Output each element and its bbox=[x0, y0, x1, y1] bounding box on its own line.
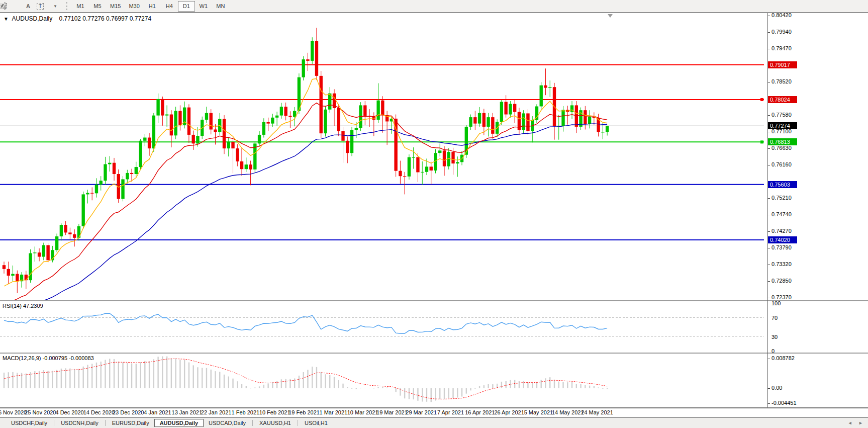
candle-body bbox=[284, 107, 287, 116]
date-label: 7 Apr 2021 bbox=[437, 409, 464, 415]
price-level-label-0.76813[interactable]: 0.76813 bbox=[768, 138, 797, 145]
dropdown-caret-icon: ▼ bbox=[53, 4, 57, 9]
candle-body bbox=[561, 110, 564, 126]
date-label: 24 May 2021 bbox=[581, 409, 613, 415]
macd-bar bbox=[589, 386, 590, 388]
price-level-label-0.74020[interactable]: 0.74020 bbox=[768, 236, 797, 243]
chart-tab-xauusd[interactable]: XAUUSD,H1 bbox=[254, 419, 296, 427]
candle-body bbox=[46, 245, 49, 260]
candle-body bbox=[55, 236, 58, 250]
price-tick-label: 0.72370 bbox=[771, 294, 792, 300]
chart-tab-usdchf[interactable]: USDCHF,Daily bbox=[6, 419, 52, 427]
chart-tab-audusd[interactable]: AUDUSD,Daily bbox=[154, 419, 204, 427]
candle-body bbox=[227, 142, 230, 148]
price-level-label-0.75603[interactable]: 0.75603 bbox=[768, 181, 797, 188]
macd-bar bbox=[228, 376, 229, 388]
symbol-dropdown-icon[interactable]: ▼ bbox=[4, 16, 9, 22]
date-label: 5 May 2021 bbox=[524, 409, 553, 415]
price-tick-label: 0.79940 bbox=[771, 29, 792, 35]
macd-bar bbox=[43, 370, 44, 388]
timeframe-toolbar-drag-handle[interactable] bbox=[66, 2, 69, 10]
timeframe-button-w1[interactable]: W1 bbox=[195, 1, 212, 12]
rsi-line bbox=[4, 313, 607, 333]
macd-bar bbox=[175, 359, 176, 388]
macd-bar bbox=[105, 360, 106, 388]
hline-end-handle[interactable] bbox=[760, 140, 763, 143]
macd-bar bbox=[52, 371, 53, 388]
timeframe-button-mn[interactable]: MN bbox=[212, 1, 229, 12]
timeframe-button-h4[interactable]: H4 bbox=[161, 1, 178, 12]
macd-bar bbox=[554, 380, 555, 388]
candle-body bbox=[143, 138, 146, 141]
tab-separator bbox=[105, 420, 106, 426]
chart-header: ▼ AUDUSD,Daily 0.77102 0.77276 0.76997 0… bbox=[4, 15, 151, 22]
timeframe-button-h1[interactable]: H1 bbox=[144, 1, 161, 12]
tab-separator bbox=[54, 420, 54, 426]
date-label: 10 Mar 2021 bbox=[347, 409, 378, 415]
macd-bar bbox=[69, 369, 70, 388]
macd-bar bbox=[192, 365, 194, 388]
candle-body bbox=[258, 135, 261, 143]
chart-tab-usoil[interactable]: USOil,H1 bbox=[300, 419, 333, 427]
text-label-a-button[interactable]: A bbox=[22, 1, 34, 11]
macd-bar bbox=[307, 370, 308, 388]
candle-body bbox=[214, 129, 217, 132]
candle-body bbox=[302, 59, 305, 77]
macd-bar bbox=[162, 357, 163, 388]
text-tool-button[interactable]: T bbox=[34, 1, 46, 11]
candle-body bbox=[81, 194, 84, 226]
price-chart-plot[interactable] bbox=[0, 13, 767, 300]
date-label: 26 Apr 2021 bbox=[494, 409, 524, 415]
price-tick-label: 0.75210 bbox=[771, 195, 792, 201]
shapes-button[interactable]: ▼ bbox=[46, 1, 63, 11]
candle-body bbox=[187, 108, 190, 135]
chart-tab-eurusd[interactable]: EURUSD,Daily bbox=[107, 419, 154, 427]
candle-body bbox=[64, 225, 67, 232]
rsi-header: RSI(14) 47.2309 bbox=[3, 303, 43, 309]
candle-body bbox=[399, 171, 402, 176]
price-level-label-0.78024[interactable]: 0.78024 bbox=[768, 96, 797, 103]
timeframe-button-d1[interactable]: D1 bbox=[178, 1, 195, 12]
price-tick-mark bbox=[767, 265, 770, 265]
macd-bar bbox=[594, 386, 595, 388]
grid-pattern-icon[interactable]: F bbox=[10, 1, 22, 11]
timeframe-button-m1[interactable]: M1 bbox=[72, 1, 89, 12]
chart-tab-usdcnh[interactable]: USDCNH,Daily bbox=[56, 419, 104, 427]
timeframe-button-m30[interactable]: M30 bbox=[125, 1, 143, 12]
price-axis-border bbox=[767, 13, 768, 407]
macd-bar bbox=[466, 388, 467, 394]
candle-body bbox=[500, 102, 503, 122]
price-level-label-0.79017[interactable]: 0.79017 bbox=[768, 61, 797, 68]
macd-plot[interactable] bbox=[0, 354, 767, 407]
candle-body bbox=[483, 113, 486, 127]
price-tick-mark bbox=[767, 32, 770, 33]
tab-scroll-right-icon[interactable]: ► bbox=[858, 420, 863, 425]
macd-bar bbox=[241, 384, 242, 388]
symbol-title: AUDUSD,Daily bbox=[12, 15, 53, 22]
price-tick-mark bbox=[767, 248, 770, 248]
candle-body bbox=[104, 164, 107, 181]
candle-body bbox=[86, 193, 89, 195]
candle-body bbox=[403, 176, 406, 177]
rsi-plot[interactable] bbox=[0, 301, 767, 353]
rsi-axis-label-0: 0 bbox=[771, 348, 775, 354]
timeframe-button-m5[interactable]: M5 bbox=[89, 1, 106, 12]
text-tool-icon: T bbox=[37, 3, 44, 10]
tab-scroll-left-icon[interactable]: ◄ bbox=[848, 420, 852, 425]
candle-body bbox=[355, 128, 358, 130]
macd-bar bbox=[149, 361, 150, 388]
candle-body bbox=[60, 225, 63, 236]
candle-body bbox=[191, 135, 195, 143]
chart-tab-usdcad[interactable]: USDCAD,Daily bbox=[204, 419, 251, 427]
macd-bar bbox=[263, 385, 264, 388]
price-level-label-0.77274[interactable]: 0.77274 bbox=[768, 122, 797, 129]
macd-tick-mark bbox=[767, 359, 770, 359]
rsi-axis-label-100: 100 bbox=[771, 300, 781, 306]
chart-tab-bar: USDCHF,DailyUSDCNH,DailyEURUSD,DailyAUDU… bbox=[0, 418, 868, 428]
candle-body bbox=[408, 157, 411, 177]
timeframe-button-m15[interactable]: M15 bbox=[106, 1, 125, 12]
price-tick-mark bbox=[767, 115, 770, 116]
candle-body bbox=[236, 148, 239, 161]
candle-body bbox=[170, 115, 173, 136]
hline-end-handle[interactable] bbox=[760, 98, 763, 101]
